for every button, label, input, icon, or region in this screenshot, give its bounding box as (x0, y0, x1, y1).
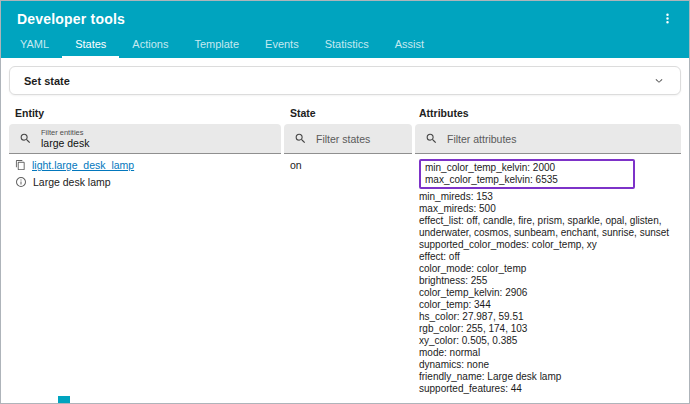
search-icon (294, 132, 307, 145)
attribute-line: effect: off (419, 251, 675, 263)
tab-actions[interactable]: Actions (119, 31, 181, 58)
info-icon[interactable] (15, 176, 27, 188)
entity-filter-field[interactable]: Filter entities large desk (9, 124, 281, 154)
entity-table: Entity State Attributes Filter entities … (9, 107, 681, 395)
attribute-line: friendly_name: Large desk lamp (419, 371, 675, 383)
attributes-filter-input[interactable] (447, 133, 671, 145)
attribute-line: max_color_temp_kelvin: 6535 (425, 174, 629, 186)
states-content: Set state Entity State Attributes Filter… (1, 58, 689, 395)
app-header: Developer tools YAML States Actions Temp… (1, 1, 689, 58)
chevron-down-icon (652, 74, 666, 88)
attribute-line: min_mireds: 153 (419, 191, 675, 203)
column-header-state: State (284, 107, 412, 124)
attribute-line: dynamics: none (419, 359, 675, 371)
set-state-label: Set state (24, 75, 70, 87)
attribute-line: brightness: 255 (419, 275, 675, 287)
attribute-line: supported_color_modes: color_temp, xy (419, 239, 675, 251)
attribute-line: effect_list: off, candle, fire, prism, s… (419, 215, 675, 239)
entity-filter-input[interactable]: large desk (41, 137, 89, 149)
attribute-line: color_mode: color_temp (419, 263, 675, 275)
entity-cell: light.large_desk_lamp Large desk lamp (9, 154, 281, 395)
attribute-line: mode: normal (419, 347, 675, 359)
set-state-panel[interactable]: Set state (9, 66, 681, 95)
search-icon (425, 132, 438, 145)
entity-id-link[interactable]: light.large_desk_lamp (32, 159, 134, 171)
attribute-line: color_temp_kelvin: 2906 (419, 287, 675, 299)
tab-assist[interactable]: Assist (382, 31, 437, 58)
attribute-line: xy_color: 0.505, 0.385 (419, 335, 675, 347)
attributes-filter-field[interactable] (415, 124, 681, 154)
tab-states[interactable]: States (62, 31, 119, 58)
column-header-attributes: Attributes (415, 107, 681, 124)
tab-bar: YAML States Actions Template Events Stat… (1, 31, 689, 58)
state-cell: on (284, 154, 412, 395)
attribute-line: color_temp: 344 (419, 299, 675, 311)
tab-template[interactable]: Template (181, 31, 252, 58)
clipped-element-fragment (58, 396, 70, 403)
attributes-cell: min_color_temp_kelvin: 2000 max_color_te… (415, 154, 681, 395)
attribute-line: rgb_color: 255, 174, 103 (419, 323, 675, 335)
column-header-entity: Entity (9, 107, 281, 124)
state-filter-field[interactable] (284, 124, 412, 154)
tab-statistics[interactable]: Statistics (312, 31, 382, 58)
tab-events[interactable]: Events (252, 31, 312, 58)
page-title: Developer tools (17, 11, 125, 27)
copy-entity-id-icon[interactable] (15, 159, 26, 171)
attribute-line: supported_features: 44 (419, 383, 675, 395)
entity-filter-label: Filter entities (41, 128, 89, 137)
attribute-line: max_mireds: 500 (419, 203, 675, 215)
attribute-line: hs_color: 27.987, 59.51 (419, 311, 675, 323)
highlight-annotation-box: min_color_temp_kelvin: 2000 max_color_te… (419, 159, 635, 189)
tab-yaml[interactable]: YAML (7, 31, 62, 58)
search-icon (19, 132, 32, 145)
attribute-line: min_color_temp_kelvin: 2000 (425, 162, 629, 174)
overflow-menu-icon[interactable] (657, 9, 677, 29)
entity-friendly-name: Large desk lamp (33, 176, 111, 188)
